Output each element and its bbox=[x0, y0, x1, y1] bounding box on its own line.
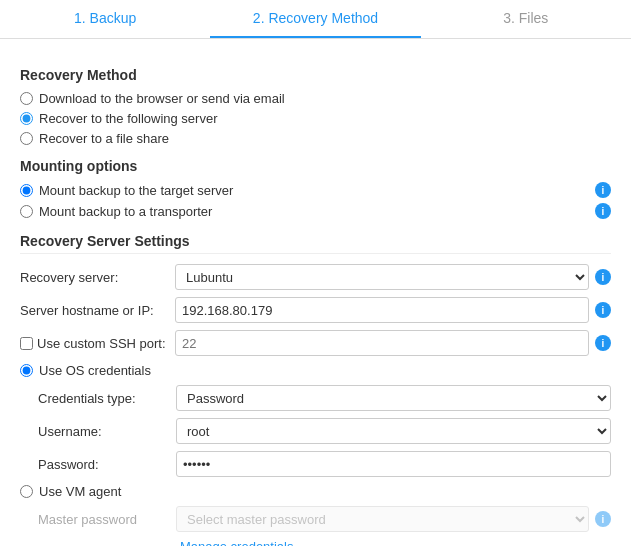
master-password-label: Master password bbox=[38, 512, 176, 527]
username-row: Username: root bbox=[38, 418, 611, 444]
password-field bbox=[176, 451, 611, 477]
ssh-port-left: Use custom SSH port: bbox=[20, 336, 175, 351]
vm-agent-radio-row: Use VM agent bbox=[20, 484, 611, 499]
radio-fileshare-label: Recover to a file share bbox=[39, 131, 169, 146]
os-cred-label: Use OS credentials bbox=[39, 363, 151, 378]
hostname-info-icon[interactable]: i bbox=[595, 302, 611, 318]
tab-recovery-method[interactable]: 2. Recovery Method bbox=[210, 0, 420, 38]
cred-type-select[interactable]: Password Key bbox=[176, 385, 611, 411]
ssh-port-row: Use custom SSH port: i bbox=[20, 330, 611, 356]
radio-item-fileshare[interactable]: Recover to a file share bbox=[20, 131, 611, 146]
ssh-port-info-icon[interactable]: i bbox=[595, 335, 611, 351]
ssh-port-field: i bbox=[175, 330, 611, 356]
vm-agent-label: Use VM agent bbox=[39, 484, 121, 499]
mount-row-transporter: Mount backup to a transporter i bbox=[20, 203, 611, 219]
tab-backup[interactable]: 1. Backup bbox=[0, 0, 210, 38]
recovery-server-label: Recovery server: bbox=[20, 270, 175, 285]
username-select[interactable]: root bbox=[176, 418, 611, 444]
radio-server[interactable] bbox=[20, 112, 33, 125]
manage-credentials-link[interactable]: Manage credentials bbox=[180, 539, 611, 546]
radio-item-server[interactable]: Recover to the following server bbox=[20, 111, 611, 126]
cred-type-row: Credentials type: Password Key bbox=[38, 385, 611, 411]
os-cred-radio-row: Use OS credentials bbox=[20, 363, 611, 378]
radio-browser-label: Download to the browser or send via emai… bbox=[39, 91, 285, 106]
password-row: Password: bbox=[38, 451, 611, 477]
radio-mount-transporter[interactable] bbox=[20, 205, 33, 218]
master-password-select: Select master password bbox=[176, 506, 589, 532]
ssh-port-label: Use custom SSH port: bbox=[37, 336, 166, 351]
radio-os-cred[interactable] bbox=[20, 364, 33, 377]
vm-agent-block: Use VM agent Master password Select mast… bbox=[20, 484, 611, 532]
radio-mount-target-label: Mount backup to the target server bbox=[39, 183, 233, 198]
recovery-server-row: Recovery server: Lubuntu i bbox=[20, 264, 611, 290]
password-input[interactable] bbox=[176, 451, 611, 477]
os-cred-block: Use OS credentials Credentials type: Pas… bbox=[20, 363, 611, 477]
main-content: Recovery Method Download to the browser … bbox=[0, 39, 631, 546]
recovery-server-field: Lubuntu i bbox=[175, 264, 611, 290]
username-field: root bbox=[176, 418, 611, 444]
mount-row-target: Mount backup to the target server i bbox=[20, 182, 611, 198]
wizard-tabs: 1. Backup 2. Recovery Method 3. Files bbox=[0, 0, 631, 39]
radio-fileshare[interactable] bbox=[20, 132, 33, 145]
hostname-input[interactable] bbox=[175, 297, 589, 323]
mount-target-info-icon[interactable]: i bbox=[595, 182, 611, 198]
radio-server-label: Recover to the following server bbox=[39, 111, 217, 126]
vm-agent-fields: Master password Select master password i bbox=[20, 506, 611, 532]
cred-type-field: Password Key bbox=[176, 385, 611, 411]
recovery-method-options: Download to the browser or send via emai… bbox=[20, 91, 611, 146]
recovery-server-info-icon[interactable]: i bbox=[595, 269, 611, 285]
username-label: Username: bbox=[38, 424, 176, 439]
server-settings-title: Recovery Server Settings bbox=[20, 233, 611, 254]
radio-item-browser[interactable]: Download to the browser or send via emai… bbox=[20, 91, 611, 106]
master-password-row: Master password Select master password i bbox=[38, 506, 611, 532]
mounting-options-title: Mounting options bbox=[20, 158, 611, 174]
mount-transporter-info-icon[interactable]: i bbox=[595, 203, 611, 219]
master-password-info-icon: i bbox=[595, 511, 611, 527]
radio-browser[interactable] bbox=[20, 92, 33, 105]
recovery-method-title: Recovery Method bbox=[20, 67, 611, 83]
tab-files[interactable]: 3. Files bbox=[421, 0, 631, 38]
radio-mount-transporter-label: Mount backup to a transporter bbox=[39, 204, 212, 219]
server-settings: Recovery Server Settings Recovery server… bbox=[20, 233, 611, 546]
master-password-field: Select master password i bbox=[176, 506, 611, 532]
os-cred-fields: Credentials type: Password Key Username:… bbox=[20, 385, 611, 477]
radio-mount-target[interactable] bbox=[20, 184, 33, 197]
cred-type-label: Credentials type: bbox=[38, 391, 176, 406]
hostname-label: Server hostname or IP: bbox=[20, 303, 175, 318]
radio-vm-agent[interactable] bbox=[20, 485, 33, 498]
recovery-server-select[interactable]: Lubuntu bbox=[175, 264, 589, 290]
hostname-field: i bbox=[175, 297, 611, 323]
password-label: Password: bbox=[38, 457, 176, 472]
ssh-port-input[interactable] bbox=[175, 330, 589, 356]
ssh-port-checkbox[interactable] bbox=[20, 337, 33, 350]
hostname-row: Server hostname or IP: i bbox=[20, 297, 611, 323]
